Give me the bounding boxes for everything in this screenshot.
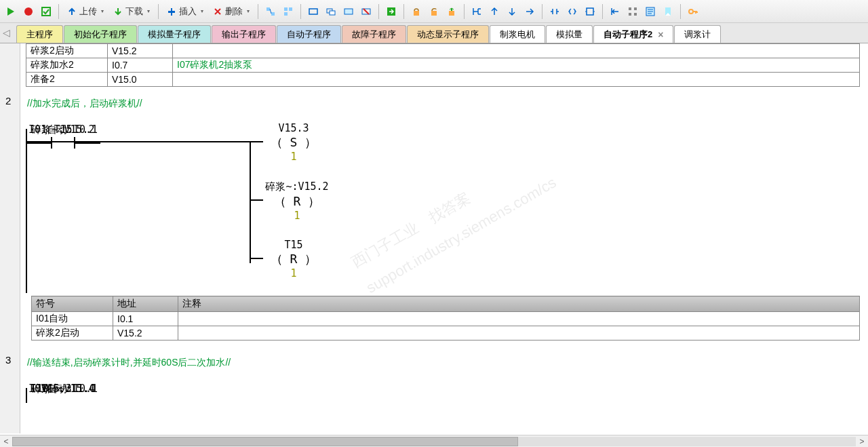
grid-btn[interactable]: [625, 3, 641, 20]
ladder-diagram[interactable]: I01自动:I0.1 V15.3 I10碎~:I1.0 碎浆~:V15.4: [26, 376, 868, 403]
svg-rect-6: [284, 7, 288, 11]
table-row[interactable]: 碎浆2启动V15.2: [32, 326, 860, 341]
network-number: 2: [5, 95, 11, 106]
tool-btn-1[interactable]: [262, 3, 279, 20]
separator: [602, 4, 603, 19]
coil-reset[interactable]: 碎浆~:V15.2 （ R ） 1: [256, 180, 338, 222]
arrow-down-btn[interactable]: [504, 3, 520, 20]
symbol-table-net2: 符号地址注释 I01自动I0.1 碎浆2启动V15.2: [31, 296, 860, 341]
contact-no[interactable]: 碎浆~:V15.2: [26, 123, 100, 150]
editor-area: 碎浆2启动V15.2 碎浆加水2I0.7I07碎浆机2抽浆泵 准备2V15.0 …: [0, 43, 868, 433]
go-button[interactable]: [383, 3, 399, 20]
scroll-right-icon[interactable]: >: [856, 437, 868, 446]
tab-main[interactable]: 主程序: [16, 25, 63, 43]
col-header-symbol: 符号: [32, 296, 113, 312]
coil-btn[interactable]: [564, 3, 580, 20]
separator: [58, 4, 59, 19]
bookmark-btn[interactable]: [660, 3, 676, 20]
tab-bar: ◁ 主程序 初始化子程序 模拟量子程序 输出子程序 自动子程序 故障子程序 动态…: [0, 23, 868, 43]
compile-button[interactable]: [38, 3, 54, 20]
contact-btn[interactable]: [547, 3, 563, 20]
separator: [464, 4, 465, 19]
scroll-thumb[interactable]: [12, 437, 518, 446]
coil-reset[interactable]: T15 （ R ） 1: [256, 239, 331, 279]
separator: [300, 4, 301, 19]
download-button[interactable]: 下载▾: [109, 3, 154, 20]
svg-rect-4: [267, 7, 270, 11]
svg-rect-15: [414, 11, 419, 16]
table-row[interactable]: 碎浆加水2I0.7I07碎浆机2抽浆泵: [26, 58, 860, 73]
lock-btn-1[interactable]: [408, 3, 425, 20]
svg-point-1: [24, 7, 33, 16]
svg-rect-9: [309, 9, 317, 14]
col-header-comment: 注释: [178, 296, 860, 312]
horizontal-scrollbar[interactable]: < >: [0, 435, 868, 447]
insert-button[interactable]: 插入▾: [163, 3, 208, 20]
network-2: 2 //加水完成后，启动碎浆机// I01自动:I0.1 T15 碎浆: [20, 92, 868, 351]
network-comment[interactable]: //输送结束,启动碎浆计时,并延时60S后二次加水//: [26, 354, 868, 376]
svg-rect-7: [289, 7, 292, 11]
tab-tiao[interactable]: 调浆计: [674, 25, 721, 43]
key-btn[interactable]: [685, 3, 701, 20]
tab-output[interactable]: 输出子程序: [212, 25, 276, 43]
lock-btn-3[interactable]: [443, 3, 460, 20]
svg-marker-0: [7, 7, 14, 16]
separator: [403, 4, 404, 19]
upload-button[interactable]: 上传▾: [63, 3, 108, 20]
coil-set[interactable]: V15.3 （ S ） 1: [256, 122, 331, 163]
network-3: 3 //输送结束,启动碎浆计时,并延时60S后二次加水// I01自动:I0.1…: [20, 351, 868, 408]
run-button[interactable]: [3, 3, 19, 20]
tab-auto2[interactable]: 自动子程序2×: [593, 25, 673, 43]
separator: [378, 4, 379, 19]
col-header-addr: 地址: [113, 296, 178, 312]
table-row[interactable]: I01自动I0.1: [32, 312, 860, 326]
svg-rect-17: [449, 11, 454, 16]
separator: [158, 4, 159, 19]
arrow-up-btn[interactable]: [486, 3, 502, 20]
symbol-table-top: 碎浆2启动V15.2 碎浆加水2I0.7I07碎浆机2抽浆泵 准备2V15.0: [26, 43, 860, 87]
branch-btn-1[interactable]: [469, 3, 485, 20]
tab-scroll-left[interactable]: ◁: [3, 27, 10, 38]
svg-rect-20: [634, 7, 637, 10]
window-btn-1[interactable]: [305, 3, 321, 20]
svg-rect-21: [629, 13, 631, 16]
table-row[interactable]: 准备2V15.0: [26, 73, 860, 87]
svg-rect-8: [284, 12, 288, 16]
tab-auto[interactable]: 自动子程序: [277, 25, 341, 43]
svg-rect-11: [330, 11, 335, 15]
window-btn-3[interactable]: [340, 3, 357, 20]
network-comment[interactable]: //加水完成后，启动碎浆机//: [26, 95, 868, 117]
tool-btn-2[interactable]: [280, 3, 296, 20]
network-number: 3: [5, 354, 11, 366]
window-btn-4[interactable]: [358, 3, 374, 20]
tab-fault[interactable]: 故障子程序: [342, 25, 406, 43]
svg-rect-16: [431, 11, 437, 16]
ladder-diagram[interactable]: I01自动:I0.1 T15 碎浆~:V15.2 V15.3: [26, 117, 868, 293]
svg-rect-18: [587, 8, 593, 15]
arrow-right-btn[interactable]: [521, 3, 538, 20]
window-btn-2[interactable]: [323, 3, 339, 20]
main-toolbar: 上传▾ 下载▾ 插入▾ 删除▾: [0, 0, 868, 23]
tab-init[interactable]: 初始化子程序: [64, 25, 137, 43]
box-btn[interactable]: [582, 3, 598, 20]
scroll-left-icon[interactable]: <: [0, 437, 12, 446]
contact-no[interactable]: 碎浆~:V15.4: [26, 383, 100, 395]
note-btn[interactable]: [642, 3, 658, 20]
tab-close-icon[interactable]: ×: [658, 29, 663, 40]
tab-analog[interactable]: 模拟量子程序: [138, 25, 211, 43]
stop-button[interactable]: [20, 3, 37, 20]
lock-btn-2[interactable]: [426, 3, 442, 20]
delete-button[interactable]: 删除▾: [209, 3, 254, 20]
svg-rect-19: [629, 7, 631, 10]
separator: [680, 4, 681, 19]
nav-left-btn[interactable]: [607, 3, 623, 20]
table-row[interactable]: 碎浆2启动V15.2: [26, 44, 860, 58]
tab-analogv[interactable]: 模拟量: [546, 25, 593, 43]
svg-rect-5: [271, 12, 275, 16]
svg-rect-12: [344, 9, 353, 14]
tab-motor[interactable]: 制浆电机: [490, 25, 545, 43]
tab-dynamic[interactable]: 动态显示子程序: [407, 25, 489, 43]
content[interactable]: 碎浆2启动V15.2 碎浆加水2I0.7I07碎浆机2抽浆泵 准备2V15.0 …: [20, 43, 868, 433]
scroll-track[interactable]: [12, 437, 856, 446]
separator: [258, 4, 258, 19]
